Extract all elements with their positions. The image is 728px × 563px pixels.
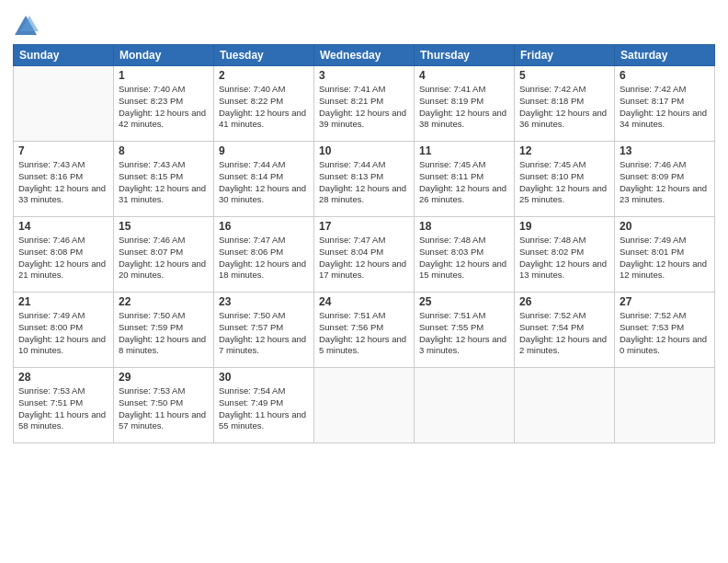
day-number: 8 <box>119 144 209 157</box>
calendar-cell: 26Sunrise: 7:52 AMSunset: 7:54 PMDayligh… <box>515 293 615 368</box>
week-row: 28Sunrise: 7:53 AMSunset: 7:51 PMDayligh… <box>14 368 715 443</box>
day-number: 9 <box>219 144 309 157</box>
week-row: 7Sunrise: 7:43 AMSunset: 8:16 PMDaylight… <box>14 142 715 217</box>
calendar-cell: 20Sunrise: 7:49 AMSunset: 8:01 PMDayligh… <box>615 217 715 293</box>
day-info: Sunrise: 7:43 AMSunset: 8:16 PMDaylight:… <box>18 159 108 206</box>
day-number: 2 <box>219 69 309 82</box>
weekday-header: Friday <box>515 45 615 66</box>
week-row: 21Sunrise: 7:49 AMSunset: 8:00 PMDayligh… <box>14 293 715 368</box>
calendar-cell: 3Sunrise: 7:41 AMSunset: 8:21 PMDaylight… <box>314 66 415 142</box>
calendar-cell: 4Sunrise: 7:41 AMSunset: 8:19 PMDaylight… <box>415 66 515 142</box>
day-info: Sunrise: 7:47 AMSunset: 8:04 PMDaylight:… <box>319 235 409 282</box>
calendar-cell: 2Sunrise: 7:40 AMSunset: 8:22 PMDaylight… <box>214 66 314 142</box>
day-info: Sunrise: 7:46 AMSunset: 8:09 PMDaylight:… <box>620 159 710 206</box>
calendar-cell: 13Sunrise: 7:46 AMSunset: 8:09 PMDayligh… <box>615 142 715 217</box>
day-info: Sunrise: 7:42 AMSunset: 8:18 PMDaylight:… <box>519 84 609 131</box>
day-number: 10 <box>319 144 409 157</box>
calendar-cell: 10Sunrise: 7:44 AMSunset: 8:13 PMDayligh… <box>314 142 415 217</box>
day-info: Sunrise: 7:44 AMSunset: 8:14 PMDaylight:… <box>219 159 309 206</box>
day-info: Sunrise: 7:52 AMSunset: 7:54 PMDaylight:… <box>519 310 609 357</box>
calendar-cell: 21Sunrise: 7:49 AMSunset: 8:00 PMDayligh… <box>14 293 114 368</box>
calendar-cell: 15Sunrise: 7:46 AMSunset: 8:07 PMDayligh… <box>114 217 214 293</box>
day-number: 18 <box>419 220 509 233</box>
day-number: 23 <box>219 295 309 308</box>
day-number: 11 <box>419 144 509 157</box>
week-row: 14Sunrise: 7:46 AMSunset: 8:08 PMDayligh… <box>14 217 715 293</box>
calendar-cell: 23Sunrise: 7:50 AMSunset: 7:57 PMDayligh… <box>214 293 314 368</box>
day-info: Sunrise: 7:44 AMSunset: 8:13 PMDaylight:… <box>319 159 409 206</box>
day-info: Sunrise: 7:48 AMSunset: 8:03 PMDaylight:… <box>419 235 509 282</box>
page: SundayMondayTuesdayWednesdayThursdayFrid… <box>0 0 728 563</box>
day-info: Sunrise: 7:52 AMSunset: 7:53 PMDaylight:… <box>620 310 710 357</box>
day-number: 26 <box>519 295 609 308</box>
day-info: Sunrise: 7:51 AMSunset: 7:55 PMDaylight:… <box>419 310 509 357</box>
day-number: 19 <box>519 220 609 233</box>
calendar: SundayMondayTuesdayWednesdayThursdayFrid… <box>13 44 715 443</box>
calendar-cell: 6Sunrise: 7:42 AMSunset: 8:17 PMDaylight… <box>615 66 715 142</box>
weekday-header-row: SundayMondayTuesdayWednesdayThursdayFrid… <box>14 45 715 66</box>
day-number: 14 <box>18 220 108 233</box>
calendar-cell <box>515 368 615 443</box>
calendar-cell: 17Sunrise: 7:47 AMSunset: 8:04 PMDayligh… <box>314 217 415 293</box>
calendar-cell: 29Sunrise: 7:53 AMSunset: 7:50 PMDayligh… <box>114 368 214 443</box>
calendar-cell: 8Sunrise: 7:43 AMSunset: 8:15 PMDaylight… <box>114 142 214 217</box>
day-info: Sunrise: 7:46 AMSunset: 8:08 PMDaylight:… <box>18 235 108 282</box>
day-info: Sunrise: 7:43 AMSunset: 8:15 PMDaylight:… <box>119 159 209 206</box>
calendar-cell: 16Sunrise: 7:47 AMSunset: 8:06 PMDayligh… <box>214 217 314 293</box>
weekday-header: Thursday <box>415 45 515 66</box>
logo-icon <box>13 13 39 39</box>
day-number: 27 <box>620 295 710 308</box>
day-info: Sunrise: 7:53 AMSunset: 7:51 PMDaylight:… <box>18 385 108 432</box>
weekday-header: Saturday <box>615 45 715 66</box>
day-info: Sunrise: 7:48 AMSunset: 8:02 PMDaylight:… <box>519 235 609 282</box>
day-number: 6 <box>620 69 710 82</box>
day-number: 24 <box>319 295 409 308</box>
weekday-header: Monday <box>114 45 214 66</box>
calendar-cell: 18Sunrise: 7:48 AMSunset: 8:03 PMDayligh… <box>415 217 515 293</box>
day-info: Sunrise: 7:46 AMSunset: 8:07 PMDaylight:… <box>119 235 209 282</box>
day-info: Sunrise: 7:54 AMSunset: 7:49 PMDaylight:… <box>219 385 309 432</box>
day-info: Sunrise: 7:41 AMSunset: 8:21 PMDaylight:… <box>319 84 409 131</box>
day-info: Sunrise: 7:49 AMSunset: 8:00 PMDaylight:… <box>18 310 108 357</box>
calendar-cell: 5Sunrise: 7:42 AMSunset: 8:18 PMDaylight… <box>515 66 615 142</box>
day-info: Sunrise: 7:45 AMSunset: 8:11 PMDaylight:… <box>419 159 509 206</box>
weekday-header: Sunday <box>14 45 114 66</box>
calendar-cell: 1Sunrise: 7:40 AMSunset: 8:23 PMDaylight… <box>114 66 214 142</box>
logo <box>13 13 41 39</box>
day-number: 25 <box>419 295 509 308</box>
calendar-cell: 24Sunrise: 7:51 AMSunset: 7:56 PMDayligh… <box>314 293 415 368</box>
calendar-cell <box>615 368 715 443</box>
day-info: Sunrise: 7:50 AMSunset: 7:57 PMDaylight:… <box>219 310 309 357</box>
day-number: 15 <box>119 220 209 233</box>
day-number: 7 <box>18 144 108 157</box>
day-number: 29 <box>119 371 209 384</box>
calendar-cell <box>314 368 415 443</box>
week-row: 1Sunrise: 7:40 AMSunset: 8:23 PMDaylight… <box>14 66 715 142</box>
day-info: Sunrise: 7:45 AMSunset: 8:10 PMDaylight:… <box>519 159 609 206</box>
day-number: 4 <box>419 69 509 82</box>
day-info: Sunrise: 7:40 AMSunset: 8:22 PMDaylight:… <box>219 84 309 131</box>
day-number: 30 <box>219 371 309 384</box>
day-info: Sunrise: 7:41 AMSunset: 8:19 PMDaylight:… <box>419 84 509 131</box>
calendar-cell: 9Sunrise: 7:44 AMSunset: 8:14 PMDaylight… <box>214 142 314 217</box>
day-info: Sunrise: 7:40 AMSunset: 8:23 PMDaylight:… <box>119 84 209 131</box>
day-info: Sunrise: 7:50 AMSunset: 7:59 PMDaylight:… <box>119 310 209 357</box>
header <box>13 9 715 39</box>
calendar-cell: 14Sunrise: 7:46 AMSunset: 8:08 PMDayligh… <box>14 217 114 293</box>
day-number: 28 <box>18 371 108 384</box>
day-info: Sunrise: 7:42 AMSunset: 8:17 PMDaylight:… <box>620 84 710 131</box>
calendar-cell: 22Sunrise: 7:50 AMSunset: 7:59 PMDayligh… <box>114 293 214 368</box>
day-number: 13 <box>620 144 710 157</box>
calendar-cell: 11Sunrise: 7:45 AMSunset: 8:11 PMDayligh… <box>415 142 515 217</box>
calendar-cell: 7Sunrise: 7:43 AMSunset: 8:16 PMDaylight… <box>14 142 114 217</box>
calendar-cell: 25Sunrise: 7:51 AMSunset: 7:55 PMDayligh… <box>415 293 515 368</box>
calendar-cell <box>14 66 114 142</box>
weekday-header: Tuesday <box>214 45 314 66</box>
calendar-cell: 27Sunrise: 7:52 AMSunset: 7:53 PMDayligh… <box>615 293 715 368</box>
day-number: 16 <box>219 220 309 233</box>
day-info: Sunrise: 7:51 AMSunset: 7:56 PMDaylight:… <box>319 310 409 357</box>
day-number: 21 <box>18 295 108 308</box>
weekday-header: Wednesday <box>314 45 415 66</box>
day-number: 3 <box>319 69 409 82</box>
day-number: 1 <box>119 69 209 82</box>
